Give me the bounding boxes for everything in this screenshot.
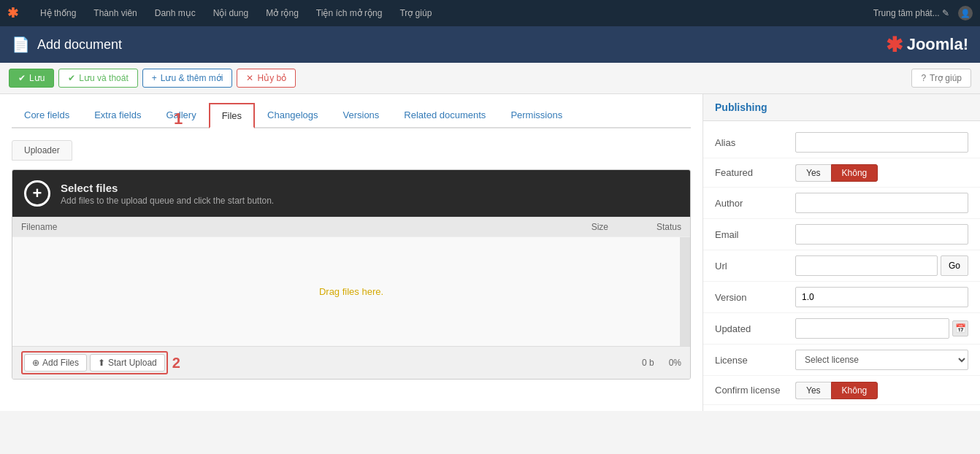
cancel-button[interactable]: ✕ Hủy bỏ: [237, 69, 296, 88]
nav-item-trogiup[interactable]: Trợ giúp: [392, 0, 439, 26]
license-label: License: [715, 355, 795, 366]
author-input[interactable]: [795, 193, 968, 213]
save-new-button[interactable]: + Lưu & thêm mới: [142, 69, 233, 88]
nav-item-noidung[interactable]: Nội dung: [206, 0, 256, 26]
tab-core-fields[interactable]: Core fields: [12, 103, 82, 128]
tab-changelogs[interactable]: Changelogs: [255, 103, 330, 128]
featured-label: Featured: [715, 167, 795, 178]
alias-control: [795, 132, 968, 153]
user-icon[interactable]: 👤: [958, 6, 973, 20]
license-row: License Select license: [703, 345, 980, 376]
add-files-button[interactable]: ⊕ Add Files: [24, 354, 87, 372]
updated-label: Updated: [715, 323, 795, 334]
left-panel: Core fields Extra fields Gallery Files C…: [0, 94, 703, 411]
tab-versions[interactable]: Versions: [330, 103, 391, 128]
updated-input[interactable]: [795, 318, 949, 339]
tab-extra-fields[interactable]: Extra fields: [82, 103, 153, 128]
nav-item-hesystem[interactable]: Hệ thống: [33, 0, 83, 26]
uploader-tab-header[interactable]: Uploader: [12, 140, 72, 161]
tab-permissions[interactable]: Permissions: [498, 103, 575, 128]
featured-buttons: Yes Không: [795, 164, 968, 182]
author-control: [795, 193, 968, 213]
joomla-logo-icon: ✱: [7, 5, 18, 21]
featured-no-button[interactable]: Không: [831, 164, 878, 182]
start-upload-button[interactable]: ⬆ Start Upload: [90, 354, 165, 372]
footer-percent: 0%: [669, 358, 681, 368]
save-close-button[interactable]: ✔ Lưu và thoát: [58, 69, 137, 88]
upload-buttons-wrapper: ⊕ Add Files ⬆ Start Upload: [21, 351, 168, 374]
col-header-status: Status: [608, 222, 681, 232]
url-row-inner: Go: [795, 255, 968, 276]
save-check-icon: ✔: [18, 73, 26, 83]
footer-stats: 0 b 0%: [642, 358, 681, 368]
start-upload-icon: ⬆: [98, 358, 105, 368]
updated-row: Updated 📅: [703, 313, 980, 345]
save-button[interactable]: ✔ Lưu: [9, 69, 54, 88]
uploader-header: + Select files Add files to the upload q…: [12, 170, 690, 217]
right-panel: Publishing Alias Featured Yes Không: [703, 94, 980, 411]
tab-files[interactable]: Files: [209, 103, 255, 128]
alias-input[interactable]: [795, 132, 968, 153]
header-bar: 📄 Add document ✱ Joomla!: [0, 26, 980, 63]
calendar-icon[interactable]: 📅: [952, 320, 968, 336]
uploader-footer: ⊕ Add Files ⬆ Start Upload 2 0 b 0%: [12, 346, 690, 379]
uploader-table-header: Filename Size Status: [12, 217, 690, 236]
featured-yes-button[interactable]: Yes: [795, 164, 831, 182]
save-label: Lưu: [29, 73, 45, 83]
url-input[interactable]: [795, 255, 938, 276]
nav-item-danhmuc[interactable]: Danh mục: [148, 0, 203, 26]
page-title: Add document: [37, 37, 122, 53]
tab-annotation-1: 1: [174, 109, 183, 128]
version-input[interactable]: [795, 287, 968, 307]
document-icon: 📄: [12, 36, 30, 53]
email-row: Email: [703, 219, 980, 250]
version-label: Version: [715, 292, 795, 303]
confirm-license-buttons: Yes Không: [795, 382, 968, 399]
nav-item-thanhvien[interactable]: Thành viên: [86, 0, 144, 26]
tab-related-documents[interactable]: Related documents: [391, 103, 498, 128]
updated-row-inner: 📅: [795, 318, 968, 339]
joomla-brand-text: Joomla!: [907, 35, 968, 54]
nav-right: Trung tâm phát... ✎ 👤: [873, 6, 973, 20]
add-files-icon: ⊕: [32, 358, 39, 368]
publishing-body: Alias Featured Yes Không Author: [703, 121, 980, 411]
save-close-label: Lưu và thoát: [79, 73, 128, 83]
toolbar-left: ✔ Lưu ✔ Lưu và thoát + Lưu & thêm mới ✕ …: [9, 69, 296, 88]
help-label: Trợ giúp: [930, 73, 962, 83]
help-question-icon: ?: [921, 73, 926, 83]
help-button[interactable]: ? Trợ giúp: [911, 69, 971, 88]
confirm-license-no-button[interactable]: Không: [831, 382, 878, 399]
uploader-subtitle: Add files to the upload queue and click …: [61, 196, 274, 206]
version-control: [795, 287, 968, 307]
start-upload-label: Start Upload: [108, 358, 157, 368]
alias-label: Alias: [715, 137, 795, 148]
version-row: Version: [703, 282, 980, 313]
tabs: Core fields Extra fields Gallery Files C…: [12, 103, 691, 128]
license-control: Select license: [795, 350, 968, 370]
email-control: [795, 224, 968, 245]
trung-tam-link[interactable]: Trung tâm phát... ✎: [873, 8, 949, 18]
email-input[interactable]: [795, 224, 968, 245]
url-go-button[interactable]: Go: [941, 255, 968, 276]
confirm-license-label: Confirm license: [715, 385, 795, 396]
nav-item-tienich[interactable]: Tiện ích mở rộng: [309, 0, 390, 26]
alias-row: Alias: [703, 127, 980, 158]
file-uploader: + Select files Add files to the upload q…: [12, 169, 691, 380]
joomla-brand: ✱ Joomla!: [886, 33, 968, 57]
cancel-label: Hủy bỏ: [257, 73, 286, 83]
footer-annotation-2: 2: [172, 355, 180, 372]
col-header-size: Size: [550, 222, 608, 232]
updated-control: 📅: [795, 318, 968, 339]
license-select[interactable]: Select license: [795, 350, 968, 370]
dropzone[interactable]: Drag files here.: [12, 236, 690, 346]
featured-control: Yes Không: [795, 164, 968, 182]
dropzone-text: Drag files here.: [319, 286, 383, 297]
email-label: Email: [715, 229, 795, 240]
cancel-x-icon: ✕: [246, 73, 253, 83]
scrollbar[interactable]: [680, 237, 690, 346]
save-new-label: Lưu & thêm mới: [161, 73, 223, 83]
confirm-license-yes-button[interactable]: Yes: [795, 382, 831, 399]
plus-circle-icon: +: [24, 180, 50, 207]
nav-item-morong[interactable]: Mở rộng: [259, 0, 306, 26]
publishing-header: Publishing: [703, 94, 980, 121]
